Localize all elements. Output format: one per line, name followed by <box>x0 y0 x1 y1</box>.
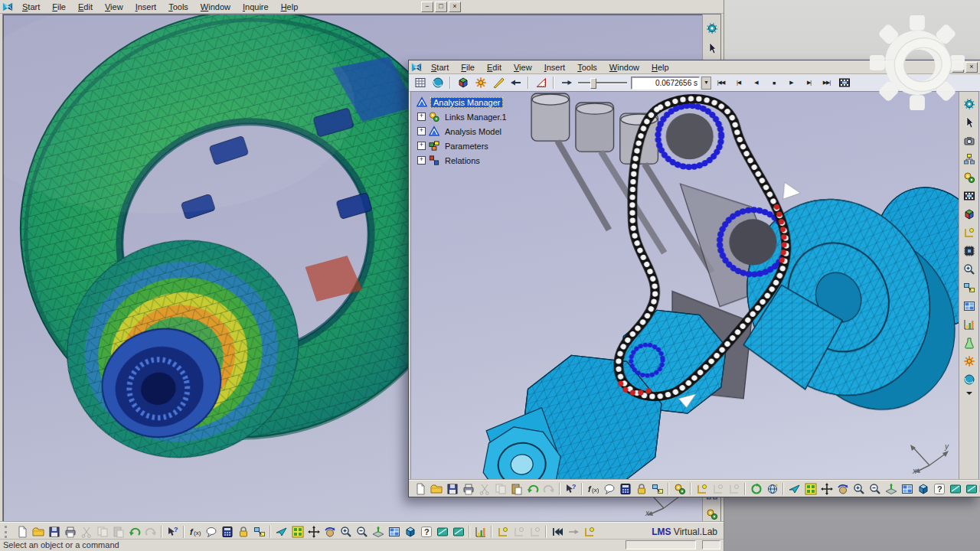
paste-icon[interactable] <box>508 481 524 497</box>
help-select-icon[interactable] <box>165 524 181 540</box>
bg-menu-view[interactable]: View <box>105 2 123 11</box>
spreadsheet-icon[interactable] <box>412 75 428 90</box>
fit-all-icon[interactable] <box>289 524 305 540</box>
arrow-left-icon[interactable] <box>508 75 524 90</box>
tree-item-parameters[interactable]: + Parameters <box>417 139 509 153</box>
fg-menu-help[interactable]: Help <box>652 63 669 72</box>
measure-icon[interactable] <box>533 75 549 90</box>
data-transfer-icon[interactable] <box>251 524 267 540</box>
bg-menu-tools[interactable]: Tools <box>168 2 188 11</box>
minimize-button[interactable]: − <box>421 2 433 12</box>
time-dropdown[interactable]: ▼ <box>701 77 711 90</box>
stop-button[interactable]: ■ <box>766 76 782 90</box>
fly-mode-icon[interactable] <box>273 524 289 540</box>
tree-item-links-manager[interactable]: + Links Manager.1 <box>417 109 509 124</box>
brush-icon[interactable] <box>490 75 506 90</box>
zoom-in-icon[interactable] <box>851 481 867 497</box>
render-style-2-icon[interactable] <box>963 481 979 497</box>
gears-icon[interactable] <box>961 96 977 112</box>
film-icon[interactable] <box>961 188 977 204</box>
bg-menu-file[interactable]: File <box>52 2 66 11</box>
plot-icon[interactable] <box>472 524 488 540</box>
formula-icon[interactable] <box>585 481 601 497</box>
new-document-icon[interactable] <box>14 524 30 540</box>
open-folder-icon[interactable] <box>30 524 46 540</box>
fg-menu-tools[interactable]: Tools <box>577 63 597 72</box>
rotate-icon[interactable] <box>322 524 338 540</box>
time-slider[interactable] <box>578 77 627 89</box>
preview-icon[interactable] <box>961 262 977 277</box>
isometric-view-icon[interactable] <box>402 524 418 540</box>
pointer-icon[interactable] <box>961 115 977 130</box>
fg-menu-file[interactable]: File <box>461 63 475 72</box>
analysis-icon[interactable] <box>961 317 977 332</box>
step-arrow-icon[interactable] <box>558 75 574 90</box>
expand-icon[interactable]: + <box>417 156 426 165</box>
bg-menu-start[interactable]: Start <box>22 2 40 11</box>
save-icon[interactable] <box>46 524 62 540</box>
formula-icon[interactable] <box>187 524 203 540</box>
fg-menu-start[interactable]: Start <box>431 63 449 72</box>
tree-item-relations[interactable]: + Relations <box>417 153 509 168</box>
bg-menu-inquire[interactable]: Inquire <box>243 2 269 11</box>
render-style-2-icon[interactable] <box>450 524 466 540</box>
tree-item-label[interactable]: Analysis Model <box>443 127 504 136</box>
bg-menu-insert[interactable]: Insert <box>136 2 157 11</box>
keep-corner-icon[interactable] <box>495 524 511 540</box>
fit-all-icon[interactable] <box>802 481 818 497</box>
print-icon[interactable] <box>62 524 78 540</box>
sensor-icon[interactable] <box>961 243 977 259</box>
rotate-icon[interactable] <box>835 481 851 497</box>
whats-this-icon[interactable] <box>931 481 947 497</box>
fg-menu-window[interactable]: Window <box>609 63 639 72</box>
time-field[interactable]: 0.0672656 s <box>631 77 700 90</box>
expand-icon[interactable]: + <box>417 127 426 135</box>
multi-view-icon[interactable] <box>386 524 402 540</box>
gears-icon[interactable] <box>704 21 720 36</box>
whats-this-icon[interactable] <box>418 524 434 540</box>
keep-corner-icon[interactable] <box>694 481 710 497</box>
pointer-icon[interactable] <box>704 41 720 56</box>
axis-system-icon[interactable] <box>961 225 977 240</box>
play-forward-button[interactable]: ▶ <box>783 76 799 90</box>
save-icon[interactable] <box>444 481 460 497</box>
fg-3d-viewport[interactable]: Analysis Manager + Links Manager.1 + Ana… <box>410 91 979 480</box>
expand-icon[interactable]: + <box>417 142 426 150</box>
multi-view-icon[interactable] <box>899 481 915 497</box>
corner-4-icon[interactable] <box>581 524 597 540</box>
status-field[interactable] <box>626 540 696 549</box>
tree-item-analysis-manager[interactable]: Analysis Manager <box>416 95 509 109</box>
gear-icon[interactable] <box>961 170 977 185</box>
open-folder-icon[interactable] <box>428 481 444 497</box>
play-backward-button[interactable]: ◀ <box>748 76 764 90</box>
annotation-icon[interactable] <box>601 481 617 497</box>
restore-button[interactable]: □ <box>435 2 447 12</box>
new-document-icon[interactable] <box>412 481 428 497</box>
camera-icon[interactable] <box>961 133 977 148</box>
tree-item-analysis-model[interactable]: + Analysis Model <box>417 124 509 139</box>
help-select-icon[interactable] <box>563 481 579 497</box>
bg-menu-help[interactable]: Help <box>281 2 299 11</box>
frames-icon[interactable] <box>836 75 852 90</box>
normal-view-icon[interactable] <box>883 481 899 497</box>
web-icon[interactable] <box>764 481 780 497</box>
go-to-end-button[interactable]: ▶▶| <box>818 76 835 90</box>
render-sphere-icon[interactable] <box>430 75 446 90</box>
fg-menu-insert[interactable]: Insert <box>544 63 566 72</box>
more-tools-icon[interactable] <box>966 392 972 398</box>
lock-icon[interactable] <box>633 481 649 497</box>
tree-item-label[interactable]: Analysis Manager <box>430 97 503 108</box>
mechanism-icon[interactable] <box>671 481 688 497</box>
assembly-icon[interactable] <box>961 152 977 167</box>
mechanism-icon[interactable] <box>961 280 977 295</box>
normal-view-icon[interactable] <box>370 524 386 540</box>
render-style-icon[interactable] <box>947 481 963 497</box>
rewind-icon[interactable] <box>549 524 565 540</box>
calculator-icon[interactable] <box>219 524 235 540</box>
lock-icon[interactable] <box>235 524 251 540</box>
annotation-icon[interactable] <box>203 524 219 540</box>
isometric-view-icon[interactable] <box>915 481 931 497</box>
colored-cube-icon[interactable] <box>455 75 471 90</box>
fg-menu-view[interactable]: View <box>514 63 532 72</box>
pan-icon[interactable] <box>818 481 835 497</box>
